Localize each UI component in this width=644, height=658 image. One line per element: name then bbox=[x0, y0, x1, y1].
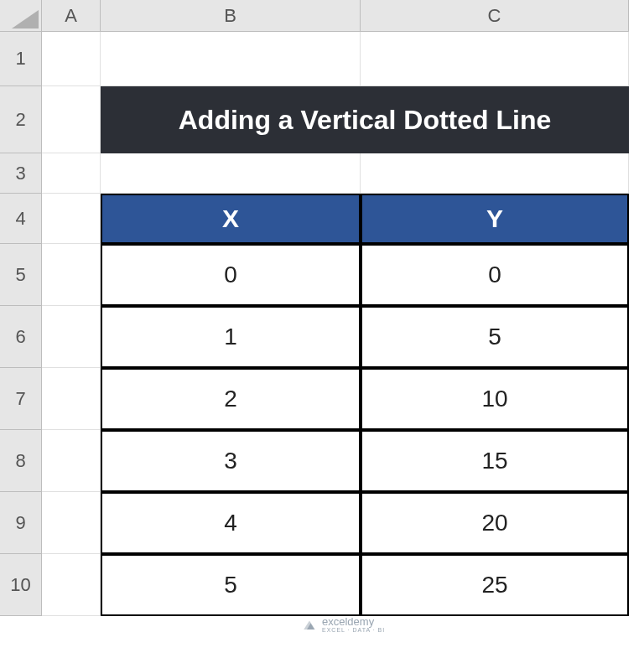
spreadsheet-grid: A B C 1 2 Adding a Vertical Dotted Line … bbox=[0, 0, 644, 616]
watermark-icon bbox=[302, 617, 317, 632]
table-cell-y-4[interactable]: 20 bbox=[361, 492, 629, 554]
cell-a2[interactable] bbox=[42, 86, 101, 153]
cell-a9[interactable] bbox=[42, 492, 101, 554]
cell-b1[interactable] bbox=[101, 32, 361, 86]
row-header-10[interactable]: 10 bbox=[0, 554, 42, 616]
col-header-b[interactable]: B bbox=[101, 0, 361, 32]
cell-c1[interactable] bbox=[361, 32, 629, 86]
cell-a4[interactable] bbox=[42, 194, 101, 244]
table-cell-x-4[interactable]: 4 bbox=[101, 492, 361, 554]
table-header-y[interactable]: Y bbox=[361, 194, 629, 244]
row-header-4[interactable]: 4 bbox=[0, 194, 42, 244]
title-cell[interactable]: Adding a Vertical Dotted Line bbox=[101, 86, 629, 153]
table-header-x[interactable]: X bbox=[101, 194, 361, 244]
table-cell-y-1[interactable]: 5 bbox=[361, 306, 629, 368]
watermark-tagline: EXCEL · DATA · BI bbox=[322, 627, 385, 633]
row-header-8[interactable]: 8 bbox=[0, 430, 42, 492]
cell-a5[interactable] bbox=[42, 244, 101, 306]
table-cell-x-5[interactable]: 5 bbox=[101, 554, 361, 616]
row-header-9[interactable]: 9 bbox=[0, 492, 42, 554]
cell-a1[interactable] bbox=[42, 32, 101, 86]
row-header-5[interactable]: 5 bbox=[0, 244, 42, 306]
cell-a8[interactable] bbox=[42, 430, 101, 492]
row-header-1[interactable]: 1 bbox=[0, 32, 42, 86]
row-header-2[interactable]: 2 bbox=[0, 86, 42, 153]
cell-b3[interactable] bbox=[101, 153, 361, 194]
table-cell-x-2[interactable]: 2 bbox=[101, 368, 361, 430]
watermark-text: exceldemy EXCEL · DATA · BI bbox=[322, 615, 385, 633]
cell-a6[interactable] bbox=[42, 306, 101, 368]
watermark: exceldemy EXCEL · DATA · BI bbox=[302, 615, 385, 633]
table-cell-x-1[interactable]: 1 bbox=[101, 306, 361, 368]
table-cell-y-5[interactable]: 25 bbox=[361, 554, 629, 616]
watermark-brand: exceldemy bbox=[322, 615, 374, 628]
row-header-7[interactable]: 7 bbox=[0, 368, 42, 430]
col-header-c[interactable]: C bbox=[361, 0, 629, 32]
table-cell-x-0[interactable]: 0 bbox=[101, 244, 361, 306]
cell-a3[interactable] bbox=[42, 153, 101, 194]
col-header-a[interactable]: A bbox=[42, 0, 101, 32]
cell-a7[interactable] bbox=[42, 368, 101, 430]
row-header-6[interactable]: 6 bbox=[0, 306, 42, 368]
row-header-3[interactable]: 3 bbox=[0, 153, 42, 194]
select-all-corner[interactable] bbox=[0, 0, 42, 32]
cell-c3[interactable] bbox=[361, 153, 629, 194]
cell-a10[interactable] bbox=[42, 554, 101, 616]
table-cell-y-0[interactable]: 0 bbox=[361, 244, 629, 306]
table-cell-x-3[interactable]: 3 bbox=[101, 430, 361, 492]
table-cell-y-2[interactable]: 10 bbox=[361, 368, 629, 430]
table-cell-y-3[interactable]: 15 bbox=[361, 430, 629, 492]
